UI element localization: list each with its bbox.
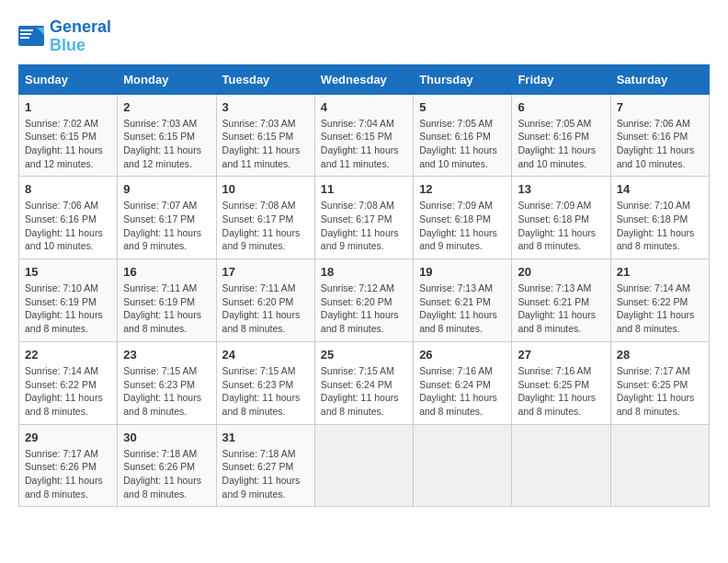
svg-rect-2 [20, 29, 33, 31]
weekday-header: Saturday [610, 64, 709, 94]
calendar-cell: 2Sunrise: 7:03 AM Sunset: 6:15 PM Daylig… [118, 94, 216, 177]
weekday-header: Wednesday [314, 64, 413, 94]
day-info: Sunrise: 7:15 AM Sunset: 6:23 PM Dayligh… [222, 364, 309, 419]
day-number: 14 [617, 182, 703, 196]
day-number: 10 [222, 182, 309, 196]
calendar-week-row: 15Sunrise: 7:10 AM Sunset: 6:19 PM Dayli… [19, 259, 710, 342]
calendar-cell: 21Sunrise: 7:14 AM Sunset: 6:22 PM Dayli… [610, 259, 709, 342]
calendar-cell: 7Sunrise: 7:06 AM Sunset: 6:16 PM Daylig… [610, 94, 709, 177]
day-info: Sunrise: 7:16 AM Sunset: 6:24 PM Dayligh… [419, 364, 506, 419]
calendar-cell: 29Sunrise: 7:17 AM Sunset: 6:26 PM Dayli… [19, 424, 118, 507]
day-info: Sunrise: 7:02 AM Sunset: 6:15 PM Dayligh… [25, 117, 111, 171]
day-info: Sunrise: 7:18 AM Sunset: 6:26 PM Dayligh… [123, 447, 210, 501]
day-number: 2 [123, 100, 210, 114]
day-number: 6 [518, 100, 604, 114]
day-number: 30 [123, 431, 210, 444]
day-info: Sunrise: 7:14 AM Sunset: 6:22 PM Dayligh… [25, 364, 111, 419]
day-info: Sunrise: 7:15 AM Sunset: 6:23 PM Dayligh… [123, 364, 210, 419]
calendar-cell: 3Sunrise: 7:03 AM Sunset: 6:15 PM Daylig… [216, 94, 314, 177]
day-info: Sunrise: 7:15 AM Sunset: 6:24 PM Dayligh… [321, 364, 407, 419]
svg-rect-3 [20, 33, 31, 35]
day-info: Sunrise: 7:11 AM Sunset: 6:20 PM Dayligh… [222, 282, 309, 336]
calendar-cell: 16Sunrise: 7:11 AM Sunset: 6:19 PM Dayli… [118, 259, 216, 342]
calendar-cell: 23Sunrise: 7:15 AM Sunset: 6:23 PM Dayli… [118, 341, 216, 424]
calendar-cell: 5Sunrise: 7:05 AM Sunset: 6:16 PM Daylig… [414, 94, 512, 177]
calendar-cell [512, 424, 610, 507]
svg-rect-4 [20, 37, 29, 39]
calendar-cell: 4Sunrise: 7:04 AM Sunset: 6:15 PM Daylig… [314, 94, 413, 177]
day-info: Sunrise: 7:13 AM Sunset: 6:21 PM Dayligh… [518, 282, 604, 336]
day-number: 16 [123, 265, 210, 279]
calendar-cell: 18Sunrise: 7:12 AM Sunset: 6:20 PM Dayli… [314, 259, 413, 342]
day-info: Sunrise: 7:10 AM Sunset: 6:18 PM Dayligh… [617, 199, 703, 253]
day-number: 5 [419, 100, 506, 114]
day-info: Sunrise: 7:14 AM Sunset: 6:22 PM Dayligh… [617, 282, 703, 336]
day-info: Sunrise: 7:06 AM Sunset: 6:16 PM Dayligh… [25, 199, 111, 253]
day-info: Sunrise: 7:17 AM Sunset: 6:26 PM Dayligh… [25, 447, 111, 501]
day-number: 7 [617, 100, 703, 114]
calendar-cell: 9Sunrise: 7:07 AM Sunset: 6:17 PM Daylig… [118, 177, 216, 259]
day-info: Sunrise: 7:06 AM Sunset: 6:16 PM Dayligh… [617, 117, 703, 171]
day-info: Sunrise: 7:18 AM Sunset: 6:27 PM Dayligh… [222, 447, 309, 501]
calendar-cell: 12Sunrise: 7:09 AM Sunset: 6:18 PM Dayli… [414, 177, 512, 259]
day-number: 26 [419, 348, 506, 362]
day-info: Sunrise: 7:08 AM Sunset: 6:17 PM Dayligh… [222, 199, 309, 253]
calendar-cell: 20Sunrise: 7:13 AM Sunset: 6:21 PM Dayli… [512, 259, 610, 342]
day-info: Sunrise: 7:13 AM Sunset: 6:21 PM Dayligh… [419, 282, 506, 336]
calendar-week-row: 8Sunrise: 7:06 AM Sunset: 6:16 PM Daylig… [19, 177, 710, 259]
weekday-header: Friday [512, 64, 610, 94]
calendar-header-row: SundayMondayTuesdayWednesdayThursdayFrid… [19, 64, 710, 94]
day-number: 23 [123, 348, 210, 362]
logo: General Blue [18, 18, 111, 55]
weekday-header: Tuesday [216, 64, 314, 94]
day-number: 25 [321, 348, 407, 362]
calendar-cell: 6Sunrise: 7:05 AM Sunset: 6:16 PM Daylig… [512, 94, 610, 177]
day-number: 9 [123, 182, 210, 196]
calendar-table: SundayMondayTuesdayWednesdayThursdayFrid… [18, 64, 710, 508]
calendar-cell [610, 424, 709, 507]
calendar-cell: 10Sunrise: 7:08 AM Sunset: 6:17 PM Dayli… [216, 177, 314, 259]
calendar-cell: 31Sunrise: 7:18 AM Sunset: 6:27 PM Dayli… [216, 424, 314, 507]
calendar-cell: 15Sunrise: 7:10 AM Sunset: 6:19 PM Dayli… [19, 259, 118, 342]
day-number: 4 [321, 100, 407, 114]
calendar-cell: 25Sunrise: 7:15 AM Sunset: 6:24 PM Dayli… [314, 341, 413, 424]
page-header: General Blue [18, 18, 710, 55]
calendar-cell: 24Sunrise: 7:15 AM Sunset: 6:23 PM Dayli… [216, 341, 314, 424]
calendar-cell: 26Sunrise: 7:16 AM Sunset: 6:24 PM Dayli… [414, 341, 512, 424]
logo-icon [18, 26, 46, 48]
calendar-cell: 19Sunrise: 7:13 AM Sunset: 6:21 PM Dayli… [414, 259, 512, 342]
day-number: 22 [25, 348, 111, 362]
day-number: 15 [25, 265, 111, 279]
day-number: 1 [25, 100, 111, 114]
calendar-cell: 17Sunrise: 7:11 AM Sunset: 6:20 PM Dayli… [216, 259, 314, 342]
day-info: Sunrise: 7:03 AM Sunset: 6:15 PM Dayligh… [222, 117, 309, 171]
day-number: 31 [222, 431, 309, 444]
calendar-cell: 14Sunrise: 7:10 AM Sunset: 6:18 PM Dayli… [610, 177, 709, 259]
calendar-cell: 30Sunrise: 7:18 AM Sunset: 6:26 PM Dayli… [118, 424, 216, 507]
calendar-cell: 11Sunrise: 7:08 AM Sunset: 6:17 PM Dayli… [314, 177, 413, 259]
day-info: Sunrise: 7:07 AM Sunset: 6:17 PM Dayligh… [123, 199, 210, 253]
day-info: Sunrise: 7:09 AM Sunset: 6:18 PM Dayligh… [419, 199, 506, 253]
day-info: Sunrise: 7:12 AM Sunset: 6:20 PM Dayligh… [321, 282, 407, 336]
calendar-week-row: 22Sunrise: 7:14 AM Sunset: 6:22 PM Dayli… [19, 341, 710, 424]
day-info: Sunrise: 7:16 AM Sunset: 6:25 PM Dayligh… [518, 364, 604, 419]
day-number: 12 [419, 182, 506, 196]
calendar-cell: 27Sunrise: 7:16 AM Sunset: 6:25 PM Dayli… [512, 341, 610, 424]
weekday-header: Thursday [414, 64, 512, 94]
day-number: 28 [617, 348, 703, 362]
day-info: Sunrise: 7:05 AM Sunset: 6:16 PM Dayligh… [419, 117, 506, 171]
day-number: 18 [321, 265, 407, 279]
weekday-header: Sunday [19, 64, 118, 94]
day-info: Sunrise: 7:09 AM Sunset: 6:18 PM Dayligh… [518, 199, 604, 253]
calendar-cell: 28Sunrise: 7:17 AM Sunset: 6:25 PM Dayli… [610, 341, 709, 424]
calendar-cell: 13Sunrise: 7:09 AM Sunset: 6:18 PM Dayli… [512, 177, 610, 259]
day-number: 21 [617, 265, 703, 279]
calendar-week-row: 29Sunrise: 7:17 AM Sunset: 6:26 PM Dayli… [19, 424, 710, 507]
weekday-header: Monday [118, 64, 216, 94]
day-info: Sunrise: 7:08 AM Sunset: 6:17 PM Dayligh… [321, 199, 407, 253]
calendar-cell [414, 424, 512, 507]
day-number: 11 [321, 182, 407, 196]
calendar-cell: 22Sunrise: 7:14 AM Sunset: 6:22 PM Dayli… [19, 341, 118, 424]
logo-text: General Blue [50, 18, 111, 55]
day-number: 13 [518, 182, 604, 196]
